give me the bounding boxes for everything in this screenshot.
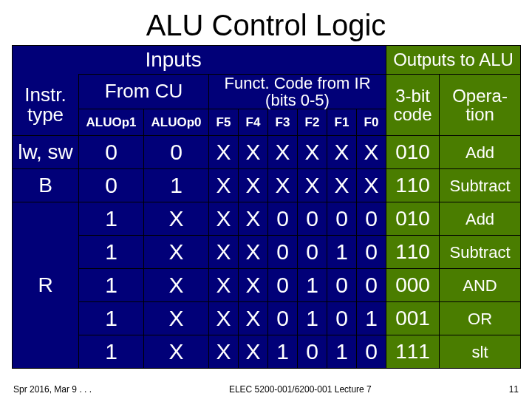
cell-op: OR	[440, 302, 521, 335]
cell-f5: X	[209, 169, 239, 202]
hdr-outputs: Outputs to ALU	[386, 46, 521, 75]
cell-op: Subtract	[440, 236, 521, 269]
cell-f5: X	[209, 302, 239, 335]
cell-aluop0: 0	[144, 136, 209, 169]
cell-f5: X	[209, 269, 239, 302]
hdr-f5: F5	[209, 109, 239, 136]
cell-f2: X	[298, 169, 327, 202]
cell-f4: X	[239, 202, 268, 236]
cell-op: Subtract	[440, 169, 521, 202]
alu-control-table: Inputs Outputs to ALU Instr. type From C…	[12, 45, 521, 369]
cell-f3: X	[268, 169, 298, 202]
cell-op: slt	[440, 335, 521, 369]
cell-f2: X	[298, 136, 327, 169]
cell-f4: X	[239, 269, 268, 302]
hdr-operation: Opera-tion	[440, 75, 521, 136]
cell-f1: 0	[327, 269, 357, 302]
footer-left: Spr 2016, Mar 9 . . .	[13, 384, 92, 395]
cell-aluop0: X	[144, 236, 209, 269]
cell-f5: X	[209, 136, 239, 169]
cell-aluop1: 1	[79, 335, 144, 369]
cell-instr-r: R	[13, 202, 79, 369]
table-row: 1 X X X 0 1 0 0 000 AND	[13, 269, 521, 302]
cell-f0: 0	[357, 269, 386, 302]
cell-f3: 0	[268, 302, 298, 335]
cell-f2: 0	[298, 202, 327, 236]
cell-3bit: 010	[386, 136, 440, 169]
cell-f2: 1	[298, 269, 327, 302]
table-row: R 1 X X X 0 0 0 0 010 Add	[13, 202, 521, 236]
hdr-f1: F1	[327, 109, 357, 136]
cell-3bit: 111	[386, 335, 440, 369]
cell-f5: X	[209, 202, 239, 236]
cell-3bit: 110	[386, 169, 440, 202]
cell-f4: X	[239, 335, 268, 369]
cell-f0: 0	[357, 335, 386, 369]
cell-op: Add	[440, 202, 521, 236]
hdr-f3: F3	[268, 109, 298, 136]
cell-f1: 1	[327, 335, 357, 369]
hdr-funct-code: Funct. Code from IR (bits 0-5)	[209, 75, 386, 109]
cell-aluop1: 0	[79, 169, 144, 202]
table-row: lw, sw 0 0 X X X X X X 010 Add	[13, 136, 521, 169]
cell-f0: X	[357, 169, 386, 202]
table-row: 1 X X X 0 1 0 1 001 OR	[13, 302, 521, 335]
cell-f0: 0	[357, 236, 386, 269]
cell-f3: X	[268, 136, 298, 169]
cell-instr: lw, sw	[13, 136, 79, 169]
hdr-3bit-code: 3-bit code	[386, 75, 440, 136]
hdr-blank-left	[13, 46, 79, 75]
cell-f3: 1	[268, 335, 298, 369]
table-row: 1 X X X 1 0 1 0 111 slt	[13, 335, 521, 369]
cell-aluop1: 1	[79, 269, 144, 302]
cell-f4: X	[239, 236, 268, 269]
cell-f2: 1	[298, 302, 327, 335]
cell-aluop1: 1	[79, 202, 144, 236]
hdr-inputs: Inputs	[79, 46, 268, 75]
hdr-f2: F2	[298, 109, 327, 136]
cell-3bit: 010	[386, 202, 440, 236]
cell-op: AND	[440, 269, 521, 302]
cell-aluop0: X	[144, 269, 209, 302]
cell-f1: 0	[327, 302, 357, 335]
cell-f0: 0	[357, 202, 386, 236]
cell-f4: X	[239, 136, 268, 169]
cell-f3: 0	[268, 236, 298, 269]
cell-f3: 0	[268, 202, 298, 236]
cell-f5: X	[209, 335, 239, 369]
cell-instr: B	[13, 169, 79, 202]
footer-mid: ELEC 5200-001/6200-001 Lecture 7	[92, 384, 509, 395]
hdr-aluop1: ALUOp1	[79, 109, 144, 136]
footer: Spr 2016, Mar 9 . . . ELEC 5200-001/6200…	[0, 381, 532, 399]
hdr-instr-type: Instr. type	[13, 75, 79, 136]
cell-f0: X	[357, 136, 386, 169]
cell-f4: X	[239, 302, 268, 335]
cell-f0: 1	[357, 302, 386, 335]
cell-aluop0: X	[144, 302, 209, 335]
table-row: 1 X X X 0 0 1 0 110 Subtract	[13, 236, 521, 269]
hdr-from-cu: From CU	[79, 75, 209, 109]
cell-aluop1: 1	[79, 236, 144, 269]
hdr-blank-right	[268, 46, 386, 75]
table-container: Inputs Outputs to ALU Instr. type From C…	[0, 45, 532, 381]
cell-f1: 0	[327, 202, 357, 236]
cell-op: Add	[440, 136, 521, 169]
hdr-f4: F4	[239, 109, 268, 136]
cell-f1: X	[327, 169, 357, 202]
cell-aluop0: X	[144, 202, 209, 236]
cell-3bit: 001	[386, 302, 440, 335]
cell-3bit: 110	[386, 236, 440, 269]
cell-f1: 1	[327, 236, 357, 269]
cell-f2: 0	[298, 335, 327, 369]
cell-aluop0: 1	[144, 169, 209, 202]
cell-aluop1: 0	[79, 136, 144, 169]
table-row: B 0 1 X X X X X X 110 Subtract	[13, 169, 521, 202]
footer-right: 11	[509, 384, 519, 395]
cell-f2: 0	[298, 236, 327, 269]
cell-f4: X	[239, 169, 268, 202]
cell-3bit: 000	[386, 269, 440, 302]
hdr-f0: F0	[357, 109, 386, 136]
cell-f1: X	[327, 136, 357, 169]
hdr-aluop0: ALUOp0	[144, 109, 209, 136]
cell-f3: 0	[268, 269, 298, 302]
